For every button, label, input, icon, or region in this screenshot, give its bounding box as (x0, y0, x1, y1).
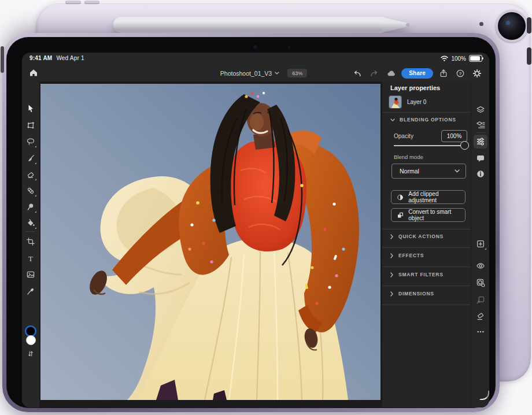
apple-pencil-body (113, 17, 384, 33)
divider (382, 247, 471, 248)
document-title-group[interactable]: Photoshoot_01_V3 63% (220, 65, 307, 81)
divider (382, 286, 471, 286)
tool-type[interactable]: T (24, 251, 38, 265)
home-button[interactable] (27, 66, 40, 79)
zoom-level-badge[interactable]: 63% (287, 69, 307, 77)
layer-properties-panel: Layer properties Layer 0 (382, 81, 471, 407)
photo-layer (40, 84, 380, 400)
section-label: DIMENSIONS (398, 291, 434, 297)
rear-microphone-dot (479, 22, 483, 26)
strip-divider (476, 132, 485, 133)
status-indicators: 100% (441, 55, 482, 62)
blend-mode-dropdown[interactable]: Normal (391, 164, 466, 179)
opacity-slider-track[interactable] (394, 145, 466, 146)
visibility-button[interactable] (474, 259, 487, 273)
tool-crop[interactable] (24, 235, 38, 249)
layer-row[interactable]: Layer 0 (389, 95, 466, 108)
move-tool-icon (26, 104, 35, 113)
photoshop-app-screen: 9:41 AMWed Apr 1 100% (22, 53, 489, 407)
tool-eraser[interactable] (24, 168, 38, 181)
rear-camera-lens (496, 10, 528, 42)
tool-healing-brush[interactable] (24, 184, 38, 198)
back-volume-button (84, 1, 99, 4)
top-toolbar: Photoshoot_01_V3 63% (22, 65, 489, 82)
chevron-right-icon (390, 272, 393, 277)
section-quick-actions[interactable]: QUICK ACTIONS (390, 232, 444, 240)
add-mask-icon (476, 278, 485, 287)
section-smart-filters[interactable]: SMART FILTERS (390, 271, 444, 279)
visibility-eye-icon (476, 261, 485, 271)
export-icon (439, 69, 448, 78)
section-dimensions[interactable]: DIMENSIONS (390, 290, 434, 298)
section-effects[interactable]: EFFECTS (390, 251, 424, 260)
status-time: 9:41 AM (29, 55, 52, 61)
layer-properties-icon (476, 120, 485, 129)
tool-swap-colors[interactable] (24, 347, 38, 361)
comments-button[interactable] (474, 151, 487, 165)
apple-pencil-point (406, 23, 409, 27)
tool-brush[interactable] (24, 151, 38, 165)
flatten-button[interactable] (474, 309, 487, 323)
cloud-sync-button[interactable] (385, 67, 397, 80)
front-sensor-dot (289, 46, 290, 48)
ipad-front-device: 9:41 AMWed Apr 1 100% (2, 33, 500, 412)
add-mask-button[interactable] (474, 276, 487, 290)
clone-stamp-tool-icon (26, 202, 35, 212)
more-options-button[interactable] (474, 325, 487, 339)
share-button[interactable]: Share (401, 68, 433, 79)
back-side-button (527, 17, 531, 34)
blending-options-header[interactable]: BLENDING OPTIONS (390, 117, 456, 123)
tool-fill[interactable] (24, 216, 38, 230)
status-bar: 9:41 AMWed Apr 1 100% (22, 53, 489, 65)
front-side-button (1, 46, 4, 73)
export-button[interactable] (437, 67, 450, 80)
section-label: EFFECTS (398, 253, 424, 258)
document-canvas[interactable] (39, 81, 382, 407)
status-date: Wed Apr 1 (56, 55, 84, 61)
info-button[interactable] (474, 167, 487, 181)
chevron-down-icon (275, 72, 279, 75)
more-options-icon (476, 327, 485, 336)
clip-layer-button[interactable] (474, 293, 487, 307)
undo-button[interactable] (351, 67, 364, 80)
add-clipped-adjustment-button[interactable]: Add clipped adjustment (391, 190, 466, 204)
tool-move[interactable] (24, 102, 38, 116)
chevron-right-icon (390, 253, 393, 258)
wifi-icon (441, 55, 448, 61)
comment-bubble-icon (476, 154, 485, 163)
front-camera (253, 45, 257, 49)
layers-panel-button[interactable] (474, 103, 487, 117)
blending-options-label: BLENDING OPTIONS (400, 117, 456, 123)
add-layer-button[interactable] (474, 237, 487, 251)
tool-transform[interactable] (24, 118, 38, 132)
panel-icon-strip (471, 81, 489, 407)
layer-properties-button[interactable] (474, 118, 487, 132)
background-color-swatch[interactable] (26, 335, 36, 345)
opacity-value[interactable]: 100% (441, 130, 467, 142)
foreground-color-swatch[interactable] (26, 327, 35, 336)
settings-button[interactable] (471, 67, 483, 80)
undo-icon (353, 69, 362, 78)
apple-pencil-tip (383, 17, 408, 32)
adjustments-panel-button[interactable] (474, 135, 487, 149)
tool-lasso[interactable] (24, 135, 38, 149)
tool-eyedropper[interactable] (24, 284, 38, 298)
battery-percent: 100% (451, 55, 466, 62)
back-volume-button (65, 1, 81, 4)
healing-brush-tool-icon (26, 186, 35, 195)
tool-clone-stamp[interactable] (24, 200, 38, 214)
chevron-down-icon (390, 118, 395, 121)
divider (382, 266, 471, 267)
convert-to-smart-object-button[interactable]: Convert to smart object (391, 208, 466, 222)
opacity-label: Opacity (394, 133, 413, 139)
convert-to-smart-object-label: Convert to smart object (408, 209, 465, 221)
opacity-slider-knob[interactable] (460, 141, 469, 150)
layer-name: Layer 0 (407, 99, 426, 105)
help-button[interactable]: ? (454, 67, 467, 80)
redo-button[interactable] (368, 67, 380, 80)
clip-layer-icon (476, 295, 485, 305)
help-glyph: ? (459, 71, 462, 76)
layers-icon (476, 105, 485, 114)
tool-place-photo[interactable] (24, 268, 38, 281)
cloud-sync-icon (386, 69, 396, 78)
